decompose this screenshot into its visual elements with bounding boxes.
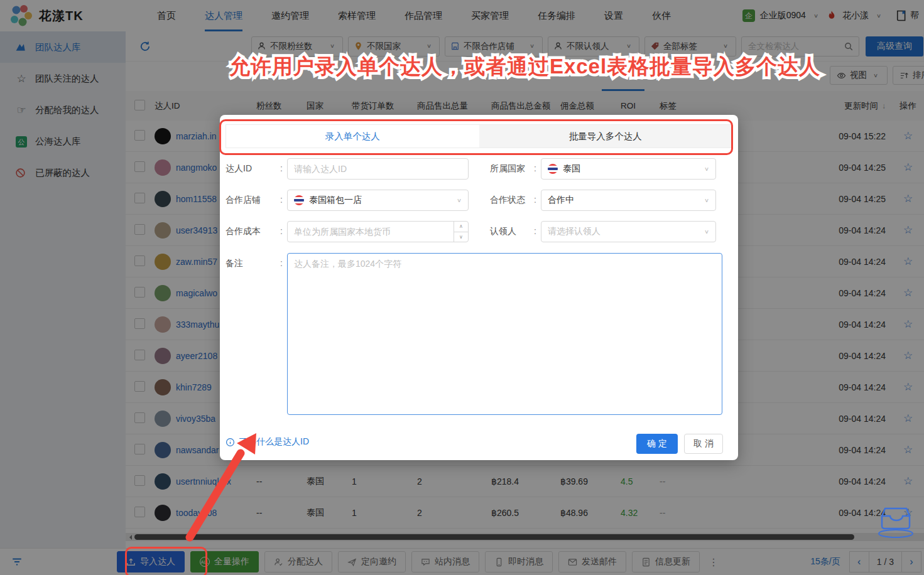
spinner-down-icon[interactable]: ∨ [454,232,468,242]
chevron-down-icon: ∨ [704,228,709,235]
floating-tray-icon[interactable] [874,500,918,539]
spinner-up-icon[interactable]: ∧ [454,222,468,232]
country-select[interactable]: 泰国 ∨ [541,158,716,180]
chevron-down-icon: ∨ [457,197,462,203]
tab-single-entry[interactable]: 录入单个达人 [226,125,479,148]
influencer-id-field[interactable] [287,158,469,180]
thailand-flag-icon [294,195,304,205]
shop-select[interactable]: 泰国箱包一店 ∨ [287,190,469,211]
help-link[interactable]: 了解什么是达人ID [226,436,309,448]
status-label: 合作状态 [490,195,525,206]
remark-label: 备注 [226,258,243,269]
number-spinner: ∧ ∨ [454,222,468,242]
claimer-label: 认领人 [490,226,516,237]
chevron-down-icon: ∨ [704,197,709,203]
chevron-down-icon: ∨ [704,166,709,172]
add-influencer-modal: 录入单个达人 批量导入多个达人 达人ID : 所属国家 : 泰国 ∨ 合作店铺 … [220,115,738,460]
claimer-select[interactable]: 请选择认领人 ∨ [541,221,716,242]
influencer-id-label: 达人ID [226,163,252,175]
cancel-button[interactable]: 取 消 [684,434,723,454]
status-select[interactable]: 合作中 ∨ [541,190,716,211]
tab-batch-import[interactable]: 批量导入多个达人 [479,125,732,148]
modal-tabs: 录入单个达人 批量导入多个达人 [226,124,732,148]
cost-label: 合作成本 [226,226,261,237]
thailand-flag-icon [548,164,558,174]
info-circle-icon [226,438,235,447]
cost-field[interactable] [287,221,469,242]
confirm-button[interactable]: 确 定 [636,434,678,454]
app-window: 花漾TK 首页 达人管理 邀约管理 索样管理 作品管理 买家管理 任务编排 设置… [0,0,924,575]
shop-label: 合作店铺 [226,195,261,206]
remark-textarea[interactable] [287,253,722,415]
country-label: 所属国家 [490,163,525,175]
